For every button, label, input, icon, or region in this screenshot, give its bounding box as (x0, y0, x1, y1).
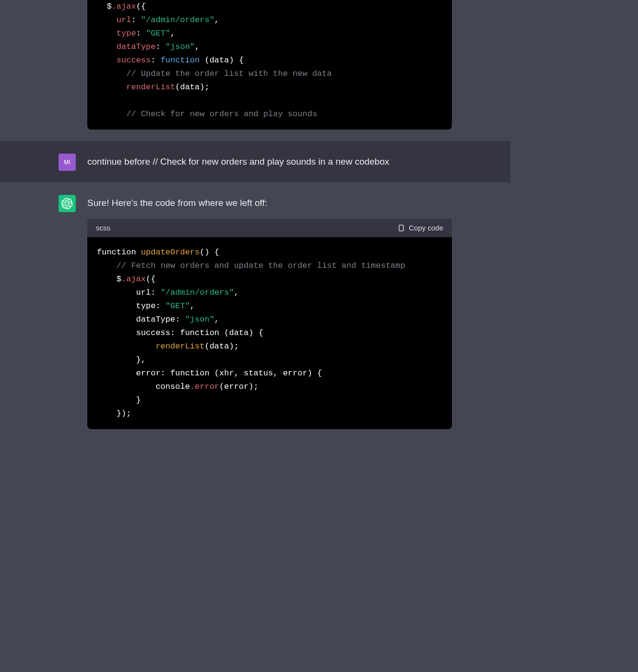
code-block-header: scss Copy code (87, 219, 452, 237)
assistant-text: Sure! Here's the code from where we left… (87, 194, 452, 210)
token-url: "/admin/orders" (161, 288, 234, 297)
copy-code-label: Copy code (409, 224, 443, 232)
assistant-message-prev: $.ajax({ url: "/admin/orders", type: "GE… (0, 0, 510, 141)
user-text: continue before // Check for new orders … (87, 153, 452, 168)
token-type: "GET" (165, 301, 190, 311)
openai-logo-icon (61, 198, 73, 209)
svg-rect-0 (399, 225, 403, 231)
token-fn-name: updateOrders (141, 248, 200, 257)
token-ajax: .ajax (112, 2, 136, 11)
token-type-val: "GET" (146, 29, 170, 38)
token-comment-2: // Check for new orders and play sounds (126, 109, 317, 119)
token-ajax: .ajax (121, 275, 146, 284)
code-lang-label: scss (96, 224, 110, 232)
user-avatar: MI (59, 154, 76, 171)
avatar-spacer (59, 0, 76, 130)
token-datatype-key: dataType (117, 42, 156, 51)
token-comment: // Fetch new orders and update the order… (117, 261, 405, 270)
token-success-key: success (117, 56, 151, 65)
token-type-key: type (117, 29, 136, 38)
token-url-key: url (117, 15, 131, 24)
token-datatype: "json" (185, 315, 214, 324)
token-error: .error (190, 382, 219, 391)
clipboard-icon (396, 224, 405, 232)
copy-code-button[interactable]: Copy code (396, 224, 443, 232)
token-renderlist: renderList (155, 342, 204, 351)
assistant-message: Sure! Here's the code from where we left… (0, 182, 510, 441)
code-block: scss Copy code function updateOrders() {… (87, 219, 452, 430)
code-content[interactable]: function updateOrders() { // Fetch new o… (87, 237, 452, 430)
assistant-avatar (59, 195, 76, 212)
token-url-val: "/admin/orders" (141, 15, 214, 24)
token-renderlist: renderList (126, 83, 175, 92)
code-block-partial: $.ajax({ url: "/admin/orders", type: "GE… (87, 0, 452, 130)
token-comment-1: // Update the order list with the new da… (126, 69, 331, 78)
token-datatype-val: "json" (165, 42, 195, 51)
user-message: MI continue before // Check for new orde… (0, 141, 510, 182)
token-function-kw: function (161, 56, 200, 65)
